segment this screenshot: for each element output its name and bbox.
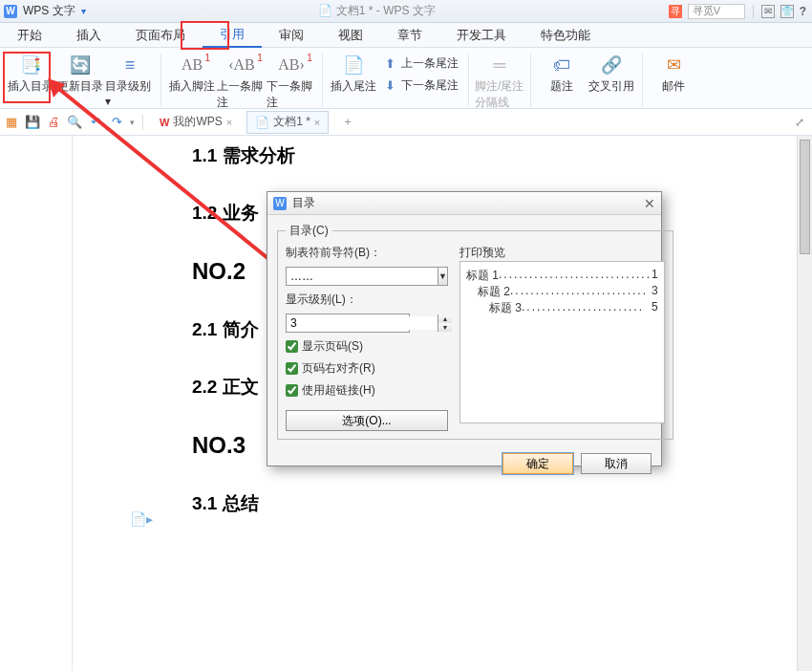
app-icon: W (4, 5, 17, 18)
hyperlink-label: 使用超链接(H) (302, 382, 375, 399)
save-icon[interactable]: 💾 (25, 115, 40, 130)
heading-3-1: 3.1 总结 (192, 491, 812, 516)
tab-view[interactable]: 视图 (321, 23, 380, 48)
cancel-button[interactable]: 取消 (581, 453, 652, 474)
help-icon[interactable]: ? (800, 5, 806, 18)
doctab-my-wps[interactable]: W 我的WPS × (151, 111, 241, 134)
hyperlink-checkbox[interactable]: 使用超链接(H) (286, 382, 448, 399)
mail-label: 邮件 (662, 78, 685, 95)
ok-button[interactable]: 确定 (502, 453, 573, 474)
spinner-up-icon[interactable]: ▲ (438, 314, 452, 323)
preview-line2-text: 标题 2 (478, 284, 510, 300)
prev-footnote-label: 上一条脚注 (217, 78, 267, 111)
close-icon[interactable]: × (226, 117, 232, 128)
update-toc-button[interactable]: 🔄 更新目录 (55, 54, 105, 95)
title-bar: W WPS 文字 ▾ 📄 文档1 * - WPS 文字 寻 寻觅V ✉ 👕 ? (0, 0, 812, 23)
collapse-tabbar-icon[interactable]: ⤢ (795, 116, 812, 129)
insert-footnote-label: 插入脚注 (169, 78, 215, 95)
search-box[interactable]: 寻觅V (688, 4, 745, 19)
prev-endnote-button[interactable]: ⬆上一条尾注 (378, 54, 462, 74)
ribbon-tabs: 开始 插入 页面布局 引用 审阅 视图 章节 开发工具 特色功能 (0, 23, 812, 48)
new-icon[interactable]: ▦ (4, 115, 19, 130)
preview-line1-text: 标题 1 (466, 268, 499, 284)
prev-endnote-icon: ⬆ (382, 56, 397, 72)
undo-icon[interactable]: ↶ (88, 115, 103, 130)
separator-button[interactable]: ═ 脚注/尾注分隔线 (475, 54, 524, 111)
right-align-checkbox[interactable]: 页码右对齐(R) (286, 360, 448, 377)
caption-button[interactable]: 🏷 题注 (537, 54, 587, 95)
heading-1-1: 1.1 需求分析 (192, 143, 812, 168)
tab-special[interactable]: 特色功能 (524, 23, 608, 48)
app-name: WPS 文字 (23, 3, 75, 19)
tab-leader-label: 制表符前导符(B)： (286, 245, 448, 261)
show-page-checkbox[interactable]: 显示页码(S) (286, 338, 448, 355)
dialog-close-icon[interactable]: ✕ (644, 196, 655, 211)
toc-fieldset-legend: 目录(C) (286, 223, 332, 239)
redo-icon[interactable]: ↷ (109, 115, 124, 130)
print-icon[interactable]: 🖨 (46, 115, 61, 130)
next-footnote-label: 下一条脚注 (267, 78, 316, 111)
next-endnote-button[interactable]: ⬇下一条尾注 (378, 76, 462, 96)
quick-access-row: ▦ 💾 🖨 🔍 ↶ ↷ ▾ W 我的WPS × 📄 文档1 * × ＋ ⤢ (0, 109, 812, 136)
next-endnote-icon: ⬇ (382, 78, 397, 94)
skin-icon-2[interactable]: 👕 (780, 5, 794, 18)
feedback-icon[interactable]: ✉ (761, 5, 775, 18)
tab-chapter[interactable]: 章节 (380, 23, 439, 48)
caption-label: 题注 (550, 78, 573, 95)
prev-footnote-button[interactable]: ‹AB1 上一条脚注 (217, 54, 267, 111)
right-align-label: 页码右对齐(R) (302, 360, 375, 377)
vertical-scrollbar[interactable] (797, 136, 812, 671)
tab-insert[interactable]: 插入 (59, 23, 118, 48)
tab-leader-combo[interactable]: ▼ (286, 267, 448, 286)
preview-icon[interactable]: 🔍 (67, 115, 82, 130)
tab-dev-tools[interactable]: 开发工具 (439, 23, 524, 48)
caption-icon: 🏷 (550, 54, 573, 76)
dialog-title-text: 目录 (292, 195, 315, 211)
doctab-my-wps-label: 我的WPS (173, 114, 222, 130)
show-page-label: 显示页码(S) (302, 338, 363, 355)
insert-footnote-button[interactable]: AB1 插入脚注 (167, 54, 217, 95)
insert-endnote-button[interactable]: 📄 插入尾注 (329, 54, 378, 95)
scrollbar-thumb[interactable] (800, 140, 810, 254)
tab-leader-input[interactable] (287, 270, 438, 283)
insert-toc-button[interactable]: 📑 插入目录 (6, 54, 55, 95)
tab-references[interactable]: 引用 (203, 23, 262, 48)
separator-label: 脚注/尾注分隔线 (475, 78, 524, 111)
preview-line2-page: 3 (652, 284, 658, 300)
preview-line3-page: 5 (652, 300, 658, 316)
next-footnote-icon: AB›1 (280, 54, 303, 76)
paragraph-mark-icon: 📄▸ (130, 511, 153, 527)
options-button[interactable]: 选项(O)... (286, 410, 448, 431)
footnote-icon: AB1 (181, 54, 203, 76)
dialog-icon: W (273, 197, 287, 210)
dialog-titlebar[interactable]: W 目录 ✕ (267, 192, 661, 215)
preview-label: 打印预览 (459, 246, 505, 259)
show-level-spinner[interactable]: ▲ ▼ (286, 314, 410, 333)
tab-page-layout[interactable]: 页面布局 (118, 23, 203, 48)
combo-dropdown-icon[interactable]: ▼ (438, 268, 447, 285)
mail-button[interactable]: ✉ 邮件 (649, 54, 698, 95)
next-footnote-button[interactable]: AB›1 下一条脚注 (267, 54, 316, 111)
insert-endnote-label: 插入尾注 (331, 78, 376, 95)
tab-review[interactable]: 审阅 (262, 23, 321, 48)
toc-level-label: 目录级别▾ (105, 78, 155, 108)
next-endnote-label: 下一条尾注 (401, 77, 459, 94)
prev-footnote-icon: ‹AB1 (230, 54, 253, 76)
print-preview: 标题 1..............................1 标题 2… (459, 261, 665, 423)
toc-level-button[interactable]: ≡ 目录级别▾ (105, 54, 155, 108)
show-level-input[interactable] (287, 316, 438, 330)
skin-icon[interactable]: 寻 (669, 5, 682, 18)
cross-ref-button[interactable]: 🔗 交叉引用 (587, 54, 636, 95)
spinner-down-icon[interactable]: ▼ (438, 323, 452, 332)
add-tab-icon[interactable]: ＋ (334, 114, 361, 130)
cross-ref-icon: 🔗 (600, 54, 623, 76)
show-level-label: 显示级别(L)： (286, 292, 448, 308)
doctab-doc1[interactable]: 📄 文档1 * × (246, 111, 329, 134)
separator-icon: ═ (488, 54, 511, 76)
update-toc-label: 更新目录 (57, 78, 103, 95)
close-icon[interactable]: × (314, 117, 320, 128)
tab-start[interactable]: 开始 (0, 23, 59, 48)
window-title: 📄 文档1 * - WPS 文字 (86, 3, 669, 19)
preview-line1-page: 1 (652, 268, 658, 284)
update-toc-icon: 🔄 (69, 54, 92, 76)
